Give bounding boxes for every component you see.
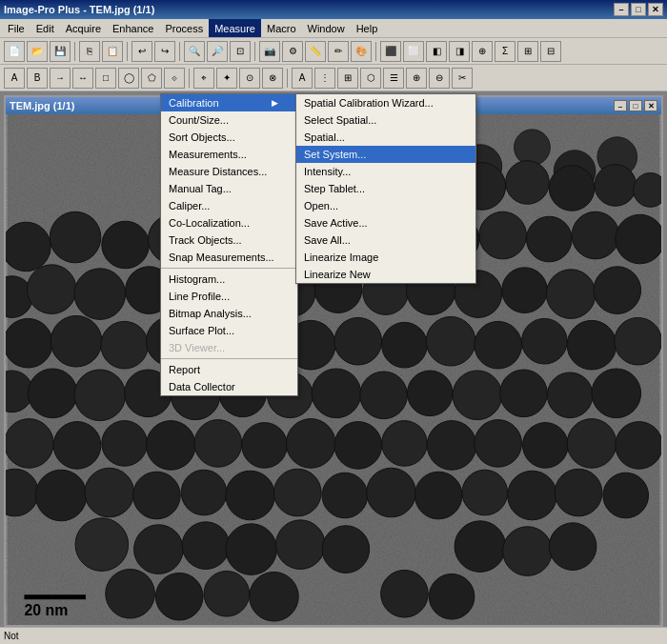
toolbar2-btn18[interactable]: ⊕ [406, 68, 427, 89]
menu-item-open[interactable]: Open... [296, 197, 475, 214]
menu-item-save-all[interactable]: Save All... [296, 231, 475, 249]
toolbar2-btn9[interactable]: ⌖ [193, 68, 214, 89]
toolbar2-btn20[interactable]: ✂ [452, 68, 473, 89]
toolbar2-btn8[interactable]: ⟐ [164, 68, 185, 89]
menu-item-sort-objects[interactable]: Sort Objects... [161, 129, 297, 146]
toolbar-zoom-out[interactable]: 🔎 [207, 41, 228, 62]
menu-item-linearize-image[interactable]: Linearize Image [296, 249, 475, 266]
menu-item-caliper[interactable]: Caliper... [161, 197, 297, 214]
toolbar-undo[interactable]: ↩ [131, 41, 152, 62]
menu-item-set-system[interactable]: Set System... [296, 146, 475, 163]
toolbar2-btn14[interactable]: ⋮ [314, 68, 335, 89]
menu-item-report[interactable]: Report [161, 361, 297, 378]
toolbar-lut[interactable]: 🎨 [351, 41, 372, 62]
toolbar-paste[interactable]: 📋 [102, 41, 123, 62]
toolbar-copy[interactable]: ⎘ [79, 41, 100, 62]
menu-item-measurements[interactable]: Measurements... [161, 146, 297, 163]
toolbar-btn-extra5[interactable]: ⊕ [472, 41, 493, 62]
menu-item-linearize-new[interactable]: Linearize New [296, 266, 475, 283]
toolbar2-btn3[interactable]: → [50, 68, 71, 89]
menu-item-3d-viewer[interactable]: 3D Viewer... [161, 339, 297, 356]
menu-item-spatial-wizard[interactable]: Spatial Calibration Wizard... [296, 94, 475, 111]
menu-item-intensity[interactable]: Intensity... [296, 163, 475, 180]
toolbar2-btn11[interactable]: ⊙ [239, 68, 260, 89]
toolbar2-btn6[interactable]: ◯ [118, 68, 139, 89]
close-button[interactable]: ✕ [648, 3, 663, 16]
toolbar-sep-1 [74, 42, 75, 61]
image-max-button[interactable]: □ [629, 100, 642, 111]
menu-item-co-localization[interactable]: Co-Localization... [161, 214, 297, 231]
toolbar-fit[interactable]: ⊡ [230, 41, 251, 62]
svg-point-93 [226, 471, 275, 520]
svg-point-55 [426, 316, 475, 366]
svg-point-6 [515, 130, 551, 166]
toolbar2-btn15[interactable]: ⊞ [337, 68, 358, 89]
toolbar2-btn16[interactable]: ⬡ [360, 68, 381, 89]
menu-item-measure-distances[interactable]: Measure Distances... [161, 163, 297, 180]
svg-point-108 [455, 521, 506, 573]
toolbar-zoom-in[interactable]: 🔍 [184, 41, 205, 62]
menu-bar: File Edit Acquire Enhance Process Measur… [0, 19, 667, 38]
toolbar-acquire[interactable]: 📷 [259, 41, 280, 62]
toolbar-btn-extra2[interactable]: ⬜ [403, 41, 424, 62]
menu-item-bitmap-analysis[interactable]: Bitmap Analysis... [161, 305, 297, 322]
menu-item-snap-measurements[interactable]: Snap Measurements... [161, 249, 297, 266]
toolbar2-btn2[interactable]: B [27, 68, 48, 89]
toolbar-btn-extra4[interactable]: ◨ [449, 41, 470, 62]
menu-sep-1 [161, 268, 297, 269]
menu-item-surface-plot[interactable]: Surface Plot... [161, 322, 297, 339]
toolbar-btn-extra7[interactable]: ⊞ [517, 41, 538, 62]
toolbar2-btn19[interactable]: ⊖ [429, 68, 450, 89]
toolbar2-btn10[interactable]: ✦ [216, 68, 237, 89]
toolbar-annotate[interactable]: ✏ [328, 41, 349, 62]
toolbar-save[interactable]: 💾 [50, 41, 71, 62]
toolbar-redo[interactable]: ↪ [154, 41, 175, 62]
menu-measure[interactable]: Measure [209, 19, 261, 37]
menu-item-select-spatial[interactable]: Select Spatial... [296, 111, 475, 129]
menu-file[interactable]: File [2, 19, 30, 37]
svg-point-87 [616, 422, 661, 470]
toolbar2-btn7[interactable]: ⬠ [141, 68, 162, 89]
toolbar-btn-extra6[interactable]: Σ [495, 41, 515, 62]
toolbar-process[interactable]: ⚙ [282, 41, 303, 62]
image-close-button[interactable]: ✕ [644, 100, 657, 111]
toolbar2-btn13[interactable]: A [292, 68, 313, 89]
svg-point-67 [312, 369, 361, 418]
image-min-button[interactable]: – [614, 100, 627, 111]
toolbar2-btn1[interactable]: A [4, 68, 25, 89]
svg-point-100 [555, 469, 602, 516]
menu-item-count-size[interactable]: Count/Size... [161, 111, 297, 129]
menu-edit[interactable]: Edit [30, 19, 60, 37]
menu-item-spatial[interactable]: Spatial... [296, 129, 475, 146]
toolbar-open[interactable]: 📂 [27, 41, 48, 62]
toolbar-btn-extra8[interactable]: ⊟ [540, 41, 561, 62]
menu-process[interactable]: Process [159, 19, 209, 37]
maximize-button[interactable]: □ [631, 3, 646, 16]
minimize-button[interactable]: – [614, 3, 629, 16]
menu-item-data-collector[interactable]: Data Collector [161, 378, 297, 395]
menu-item-line-profile[interactable]: Line Profile... [161, 288, 297, 305]
toolbar-new[interactable]: 📄 [4, 41, 25, 62]
menu-acquire[interactable]: Acquire [60, 19, 107, 37]
menu-window[interactable]: Window [302, 19, 351, 37]
menu-item-step-tablet[interactable]: Step Tablet... [296, 180, 475, 197]
svg-point-112 [155, 573, 203, 620]
svg-point-62 [74, 370, 126, 421]
menu-macro[interactable]: Macro [261, 19, 302, 37]
menu-item-calibration[interactable]: Calibration ▶ [161, 94, 297, 111]
menu-item-track-objects[interactable]: Track Objects... [161, 231, 297, 249]
menu-item-manual-tag[interactable]: Manual Tag... [161, 180, 297, 197]
toolbar2-btn4[interactable]: ↔ [72, 68, 93, 89]
svg-point-34 [74, 269, 126, 320]
toolbar-btn-extra3[interactable]: ◧ [426, 41, 447, 62]
toolbar-btn-extra1[interactable]: ⬛ [380, 41, 401, 62]
toolbar-measure[interactable]: 📏 [305, 41, 326, 62]
menu-help[interactable]: Help [351, 19, 384, 37]
menu-item-histogram[interactable]: Histogram... [161, 271, 297, 288]
menu-enhance[interactable]: Enhance [107, 19, 159, 37]
toolbar2-btn17[interactable]: ☰ [383, 68, 404, 89]
toolbar2-btn5[interactable]: □ [95, 68, 116, 89]
menu-item-save-active[interactable]: Save Active... [296, 214, 475, 231]
toolbar2-btn12[interactable]: ⊗ [262, 68, 283, 89]
svg-point-53 [334, 317, 382, 365]
